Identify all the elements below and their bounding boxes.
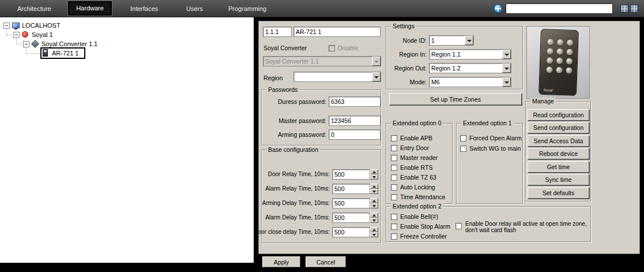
spin-down-icon[interactable] xyxy=(370,174,378,180)
object-id-field[interactable] xyxy=(263,27,292,37)
region-out-dropdown[interactable]: Region 1.2 xyxy=(429,63,511,73)
checkbox-box[interactable] xyxy=(391,145,397,151)
checkbox-door-relay-open-time[interactable] xyxy=(455,223,462,229)
master-password-field[interactable] xyxy=(329,115,381,126)
chevron-down-icon[interactable] xyxy=(465,36,473,45)
checkbox-enable-apb[interactable]: Enable APB xyxy=(391,134,432,141)
checkbox-switch-wg[interactable]: Switch WG to main xyxy=(460,144,521,152)
setup-timezones-button[interactable]: Set up Time Zones xyxy=(389,93,522,105)
spin-down-icon[interactable] xyxy=(370,218,378,223)
menu-hardware[interactable]: Hardware xyxy=(67,1,112,16)
spin-up-icon[interactable] xyxy=(370,213,378,218)
tree-item-localhost[interactable]: LOCALHOST xyxy=(22,21,61,29)
chevron-down-icon[interactable] xyxy=(502,77,511,87)
door-relay-time-field[interactable] xyxy=(332,169,370,180)
checkbox-box[interactable] xyxy=(391,214,397,220)
soyal-icon xyxy=(22,31,28,38)
alarm-relay-time-spinner[interactable] xyxy=(332,184,378,194)
send-access-data-button[interactable]: Send Access Data xyxy=(528,135,589,147)
duress-password-field[interactable] xyxy=(329,96,381,107)
checkbox-enable-rts[interactable]: Enable RTS xyxy=(391,163,432,171)
device-photo: Soyal xyxy=(526,26,590,99)
checkbox-box[interactable] xyxy=(460,135,466,141)
read-configuration-button[interactable]: Read configuration xyxy=(528,109,589,121)
chevron-down-icon[interactable] xyxy=(502,50,511,59)
checkbox-box[interactable] xyxy=(391,184,397,191)
node-id-label: Node ID: xyxy=(403,37,427,44)
checkbox-forced-open-alarm[interactable]: Forced Open Alarm xyxy=(460,134,522,141)
alarm-delay-time-spinner[interactable] xyxy=(332,213,378,223)
extended-option0-title: Extended option 0 xyxy=(391,120,443,126)
set-defaults-button[interactable]: Set defaults xyxy=(528,187,589,199)
spin-down-icon[interactable] xyxy=(370,189,378,194)
disable-checkbox[interactable] xyxy=(329,45,335,51)
node-id-dropdown[interactable]: 1 xyxy=(429,35,474,46)
menu-programming[interactable]: Programming xyxy=(228,0,266,17)
tree-expander-localhost[interactable] xyxy=(3,23,10,29)
tree-item-converter[interactable]: Soyal Converter 1.1 xyxy=(42,40,97,48)
mode-dropdown[interactable]: M6 xyxy=(429,77,511,87)
checkbox-enable-stop-alarm[interactable]: Enable Stop Alarm xyxy=(391,222,450,230)
checkbox-entry-door[interactable]: Entry Door xyxy=(391,144,429,151)
checkbox-freeze-controller[interactable]: Freeze Controller xyxy=(391,232,447,240)
send-configuration-button[interactable]: Send configuration xyxy=(528,122,589,133)
tree-item-soyal[interactable]: Soyal 1 xyxy=(32,31,53,39)
menu-users[interactable]: Users xyxy=(186,0,203,17)
tree-expander-converter[interactable] xyxy=(23,41,29,47)
settings-group: Settings Node ID: 1 Region In: Region 1.… xyxy=(386,26,523,90)
alarm-delay-time-field[interactable] xyxy=(332,213,370,223)
settings-group-title: Settings xyxy=(391,23,416,29)
spin-up-icon[interactable] xyxy=(370,227,378,232)
checkbox-master-reader[interactable]: Master reader xyxy=(391,154,438,161)
alarm-relay-time-field[interactable] xyxy=(332,184,370,194)
checkbox-box[interactable] xyxy=(391,233,397,240)
checkbox-box[interactable] xyxy=(391,223,397,230)
checkbox-box[interactable] xyxy=(391,155,397,161)
arming-delay-time-spinner[interactable] xyxy=(332,198,378,208)
arming-password-field[interactable] xyxy=(329,129,381,140)
disable-label: Disable xyxy=(338,44,358,51)
settings-panel-frame: Soyal Converter Disable Soyal Converter … xyxy=(254,17,644,272)
object-name-field[interactable] xyxy=(293,27,381,37)
region-in-dropdown[interactable]: Region 1.1 xyxy=(429,49,511,59)
checkbox-box[interactable] xyxy=(391,165,397,171)
sync-time-button[interactable]: Sync time xyxy=(528,174,589,185)
spin-up-icon[interactable] xyxy=(370,184,378,189)
spin-down-icon[interactable] xyxy=(370,203,378,208)
door-close-delay-field[interactable] xyxy=(332,227,370,237)
checkbox-auto-locking[interactable]: Auto Locking xyxy=(391,183,435,191)
door-close-delay-spinner[interactable] xyxy=(332,227,378,237)
chevron-down-icon[interactable] xyxy=(372,72,381,81)
get-time-button[interactable]: Get time xyxy=(528,161,589,173)
layout-grid-icon[interactable] xyxy=(620,5,628,13)
door-relay-time-spinner[interactable] xyxy=(332,169,378,180)
arming-password-label: Arming password: xyxy=(278,131,326,138)
checkbox-box[interactable] xyxy=(391,174,397,181)
tree-expander-soyal[interactable] xyxy=(13,32,20,38)
spin-up-icon[interactable] xyxy=(370,198,378,203)
checkbox-box[interactable] xyxy=(391,194,397,200)
checkbox-box[interactable] xyxy=(391,135,397,141)
reboot-device-button[interactable]: Reboot device xyxy=(528,148,589,159)
layout-grid-icon-2[interactable] xyxy=(630,5,638,13)
menu-architecture[interactable]: Architecture xyxy=(17,0,51,17)
spin-up-icon[interactable] xyxy=(370,169,378,174)
object-tree[interactable]: LOCALHOST Soyal 1 Soyal Converter 1.1 AR… xyxy=(0,17,254,263)
checkbox-time-attendance[interactable]: Time Attendance xyxy=(391,193,445,200)
checkbox-box[interactable] xyxy=(460,146,466,152)
disable-checkbox-row[interactable]: Disable xyxy=(329,44,358,51)
passwords-group-title: Passwords xyxy=(266,86,299,93)
region-dropdown[interactable] xyxy=(293,72,381,82)
apply-button[interactable]: Apply xyxy=(262,256,300,267)
base-configuration-title: Base configuration xyxy=(266,146,320,153)
add-icon[interactable] xyxy=(494,4,503,13)
cancel-button[interactable]: Cancel xyxy=(306,256,346,267)
search-input[interactable] xyxy=(506,3,613,14)
menu-interfaces[interactable]: Interfaces xyxy=(130,0,158,17)
tree-item-ar721[interactable]: AR-721 1 xyxy=(52,49,78,57)
spin-down-icon[interactable] xyxy=(370,232,378,237)
arming-delay-time-field[interactable] xyxy=(332,198,370,208)
checkbox-enable-tz63[interactable]: Enable TZ 63 xyxy=(391,173,436,181)
checkbox-enable-bell[interactable]: Enable Bell(#) xyxy=(391,213,438,220)
chevron-down-icon[interactable] xyxy=(502,64,511,73)
